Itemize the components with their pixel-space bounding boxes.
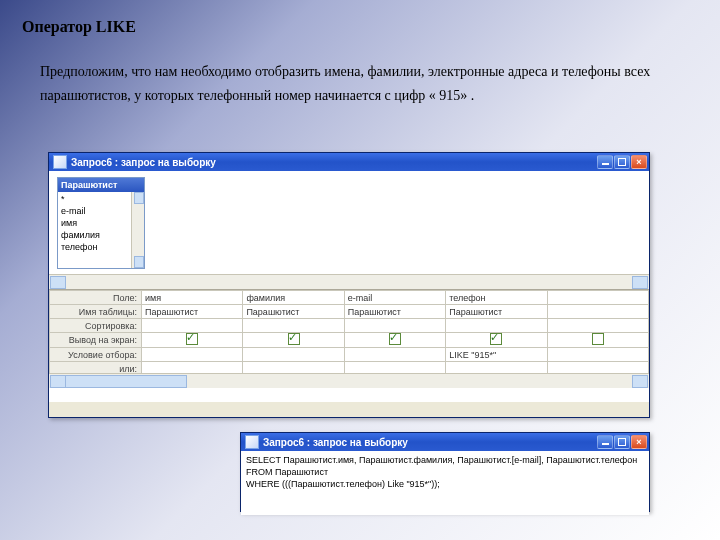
grid-cell[interactable]: имя: [142, 291, 243, 305]
grid-cell[interactable]: [344, 348, 445, 362]
grid-cell[interactable]: Парашютист: [142, 305, 243, 319]
page-title: Оператор LIKE: [22, 18, 698, 36]
grid-cell[interactable]: Парашютист: [344, 305, 445, 319]
grid-cell[interactable]: [547, 333, 648, 348]
grid-cell[interactable]: фамилия: [243, 291, 344, 305]
query-design-window: Запрос6 : запрос на выборку × Парашютист…: [48, 152, 650, 418]
scroll-left-button[interactable]: [50, 375, 66, 388]
grid-cell[interactable]: [142, 348, 243, 362]
row-label-show: Вывод на экран:: [50, 333, 142, 348]
grid-cell[interactable]: LIKE "915*": [446, 348, 547, 362]
close-button[interactable]: ×: [631, 155, 647, 169]
grid-cell[interactable]: телефон: [446, 291, 547, 305]
grid-cell[interactable]: e-mail: [344, 291, 445, 305]
window-title: Запрос6 : запрос на выборку: [71, 157, 597, 168]
app-icon: [245, 435, 259, 449]
titlebar[interactable]: Запрос6 : запрос на выборку ×: [241, 433, 649, 451]
row-label-criteria: Условие отбора:: [50, 348, 142, 362]
show-checkbox[interactable]: [288, 333, 300, 345]
grid-cell[interactable]: Парашютист: [243, 305, 344, 319]
upper-horizontal-scrollbar[interactable]: [49, 274, 649, 289]
row-label-table: Имя таблицы:: [50, 305, 142, 319]
scroll-left-button[interactable]: [50, 276, 66, 289]
grid-horizontal-scrollbar[interactable]: [49, 373, 649, 388]
design-upper-pane: Парашютист * e-mail имя фамилия телефон: [49, 171, 649, 290]
show-checkbox[interactable]: [490, 333, 502, 345]
show-checkbox[interactable]: [592, 333, 604, 345]
grid-cell[interactable]: [547, 348, 648, 362]
grid-cell[interactable]: [547, 291, 648, 305]
window-title: Запрос6 : запрос на выборку: [263, 437, 597, 448]
grid-cell[interactable]: [142, 319, 243, 333]
grid-cell[interactable]: [547, 319, 648, 333]
scroll-right-button[interactable]: [632, 375, 648, 388]
grid-cell[interactable]: [243, 319, 344, 333]
grid-cell[interactable]: Парашютист: [446, 305, 547, 319]
titlebar[interactable]: Запрос6 : запрос на выборку ×: [49, 153, 649, 171]
maximize-button[interactable]: [614, 435, 630, 449]
table-name: Парашютист: [58, 178, 144, 192]
app-icon: [53, 155, 67, 169]
design-grid-pane: Поле: имя фамилия e-mail телефон Имя таб…: [49, 290, 649, 402]
qbe-grid[interactable]: Поле: имя фамилия e-mail телефон Имя таб…: [49, 290, 649, 376]
grid-cell[interactable]: [446, 333, 547, 348]
minimize-button[interactable]: [597, 155, 613, 169]
minimize-button[interactable]: [597, 435, 613, 449]
maximize-button[interactable]: [614, 155, 630, 169]
grid-cell[interactable]: [142, 333, 243, 348]
close-button[interactable]: ×: [631, 435, 647, 449]
query-sql-window: Запрос6 : запрос на выборку × SELECT Пар…: [240, 432, 650, 512]
grid-cell[interactable]: [243, 333, 344, 348]
scroll-thumb[interactable]: [65, 375, 187, 388]
scroll-right-button[interactable]: [632, 276, 648, 289]
row-label-field: Поле:: [50, 291, 142, 305]
grid-cell[interactable]: [344, 333, 445, 348]
page-description: Предположим, что нам необходимо отобрази…: [40, 60, 688, 108]
grid-cell[interactable]: [446, 319, 547, 333]
show-checkbox[interactable]: [186, 333, 198, 345]
grid-cell[interactable]: [547, 305, 648, 319]
grid-cell[interactable]: [344, 319, 445, 333]
grid-cell[interactable]: [243, 348, 344, 362]
row-label-sort: Сортировка:: [50, 319, 142, 333]
table-field-list[interactable]: Парашютист * e-mail имя фамилия телефон: [57, 177, 145, 269]
show-checkbox[interactable]: [389, 333, 401, 345]
sql-text[interactable]: SELECT Парашютист.имя, Парашютист.фамили…: [241, 451, 649, 515]
vertical-scrollbar[interactable]: [131, 192, 144, 268]
